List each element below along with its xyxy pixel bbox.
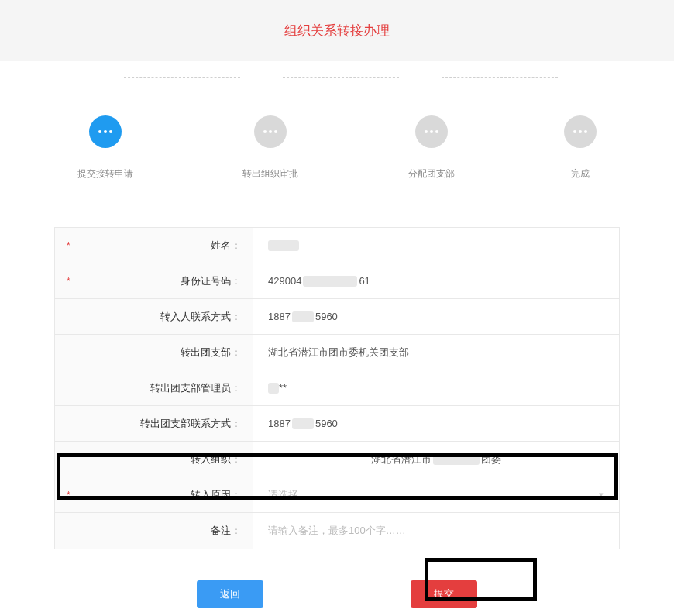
row-id-number: * 身份证号码： 42900461 bbox=[55, 263, 619, 299]
row-name: * 姓名： bbox=[55, 228, 619, 263]
step-circle-icon bbox=[254, 115, 287, 148]
required-indicator: * bbox=[67, 240, 78, 251]
label-transfer-out-admin: 转出团支部管理员： bbox=[78, 381, 241, 395]
redacted-value bbox=[268, 383, 279, 394]
value-transfer-in-org: 湖北省潜江市团委 bbox=[253, 442, 619, 477]
value-transfer-out-contact: 18875960 bbox=[253, 406, 619, 441]
select-placeholder: 请选择 bbox=[268, 488, 599, 502]
input-remark[interactable]: 请输入备注，最多100个字…… bbox=[253, 513, 619, 549]
form-table: * 姓名： * 身份证号码： 42900461 转入人联系方式： 1887596… bbox=[54, 227, 620, 549]
required-indicator: * bbox=[67, 490, 78, 501]
step-connector bbox=[442, 77, 558, 78]
redacted-value bbox=[292, 311, 314, 322]
chevron-down-icon: ▾ bbox=[599, 490, 604, 500]
step-circle-icon bbox=[89, 115, 122, 148]
label-transfer-in-org: 转入组织： bbox=[78, 453, 241, 466]
row-transfer-out-contact: 转出团支部联系方式： 18875960 bbox=[55, 406, 619, 442]
input-placeholder: 请输入备注，最多100个字…… bbox=[268, 524, 406, 538]
back-button[interactable]: 返回 bbox=[197, 580, 263, 608]
step-connector bbox=[283, 77, 399, 78]
label-name: 姓名： bbox=[78, 239, 241, 253]
page-title: 组织关系转接办理 bbox=[0, 22, 674, 40]
step-label: 转出组织审批 bbox=[242, 167, 298, 181]
label-transfer-in-contact: 转入人联系方式： bbox=[78, 310, 241, 324]
step-submit-application: 提交接转申请 bbox=[77, 115, 133, 181]
label-transfer-out-contact: 转出团支部联系方式： bbox=[78, 417, 241, 431]
row-transfer-in-contact: 转入人联系方式： 18875960 bbox=[55, 299, 619, 335]
step-complete: 完成 bbox=[564, 115, 597, 181]
label-remark: 备注： bbox=[78, 524, 241, 538]
value-transfer-in-contact: 18875960 bbox=[253, 299, 619, 334]
redacted-value bbox=[292, 418, 314, 429]
row-transfer-in-org: 转入组织： 湖北省潜江市团委 bbox=[55, 442, 619, 477]
row-transfer-out-admin: 转出团支部管理员： ** bbox=[55, 370, 619, 406]
required-indicator: * bbox=[67, 276, 78, 287]
row-transfer-reason[interactable]: * 转入原因： 请选择 ▾ bbox=[55, 477, 619, 513]
submit-button[interactable]: 提交 bbox=[411, 580, 477, 608]
step-circle-icon bbox=[564, 115, 597, 148]
step-assign-branch: 分配团支部 bbox=[408, 115, 455, 181]
main-container: 提交接转申请 转出组织审批 分配团支部 完成 * bbox=[0, 61, 674, 616]
value-id-number: 42900461 bbox=[253, 263, 619, 298]
value-transfer-out-branch: 湖北省潜江市团市委机关团支部 bbox=[253, 335, 619, 370]
label-transfer-reason: 转入原因： bbox=[78, 488, 241, 502]
label-id-number: 身份证号码： bbox=[78, 274, 241, 288]
step-label: 完成 bbox=[571, 167, 590, 181]
button-row: 返回 提交 bbox=[54, 549, 620, 616]
progress-steps: 提交接转申请 转出组织审批 分配团支部 完成 bbox=[54, 61, 620, 196]
label-transfer-out-branch: 转出团支部： bbox=[78, 346, 241, 360]
step-label: 提交接转申请 bbox=[77, 167, 133, 181]
step-out-approval: 转出组织审批 bbox=[242, 115, 298, 181]
value-name bbox=[253, 228, 619, 263]
step-circle-icon bbox=[415, 115, 448, 148]
select-transfer-reason[interactable]: 请选择 ▾ bbox=[253, 477, 619, 512]
value-transfer-out-admin: ** bbox=[253, 370, 619, 405]
header-band: 组织关系转接办理 bbox=[0, 0, 674, 61]
row-remark[interactable]: 备注： 请输入备注，最多100个字…… bbox=[55, 513, 619, 549]
redacted-value bbox=[303, 276, 357, 287]
step-connector bbox=[124, 77, 240, 78]
step-label: 分配团支部 bbox=[408, 167, 455, 181]
row-transfer-out-branch: 转出团支部： 湖北省潜江市团市委机关团支部 bbox=[55, 335, 619, 370]
redacted-value bbox=[268, 240, 299, 251]
redacted-value bbox=[433, 454, 480, 465]
